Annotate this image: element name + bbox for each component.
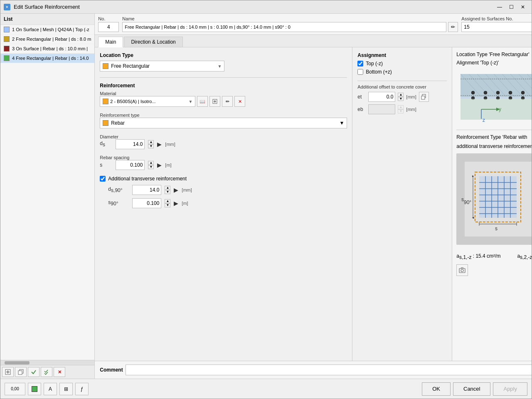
location-type-preview-title: Location Type 'Free Rectangular' — [456, 52, 532, 57]
assigned-input[interactable] — [461, 22, 532, 32]
top-checkbox[interactable] — [357, 61, 363, 66]
check-all-button[interactable] — [41, 367, 52, 377]
material-edit-button[interactable]: ✏ — [222, 96, 233, 107]
screenshot-button[interactable] — [456, 264, 468, 276]
text-tool-button[interactable]: A — [44, 383, 57, 395]
name-group: Name ✏ — [122, 16, 458, 32]
eb-unit: [mm] — [406, 107, 416, 112]
eb-up-button[interactable]: ▲ — [398, 105, 404, 109]
ds90-up-button[interactable]: ▲ — [165, 186, 170, 190]
close-button[interactable]: ✕ — [517, 3, 528, 11]
cross-section-diagram: c-z ds ds,90° c-z y z — [456, 70, 532, 124]
material-arrow: ▼ — [188, 99, 192, 104]
material-add-button[interactable] — [209, 96, 220, 107]
s90-arrow-button[interactable]: ▶ — [174, 200, 178, 207]
assigned-input-row: ✕ — [461, 22, 532, 32]
color-tool-button[interactable] — [28, 383, 41, 395]
ds-down-button[interactable]: ▼ — [148, 144, 154, 148]
list-item[interactable]: 1 On Surface | Mesh | Q424A | Top (-z — [0, 25, 94, 34]
s-input[interactable] — [116, 160, 145, 170]
grid-tool-button[interactable]: ⊞ — [59, 383, 73, 395]
comment-input[interactable] — [126, 365, 532, 375]
edit-name-button[interactable]: ✏ — [448, 22, 458, 32]
s-arrow-button[interactable]: ▶ — [157, 162, 162, 168]
ok-button[interactable]: OK — [422, 382, 451, 396]
list-item[interactable]: 3 On Surface | Rebar | ds : 10.0 mm | — [0, 44, 94, 54]
location-type-dropdown[interactable]: Free Rectangular ▼ — [100, 61, 224, 71]
s-up-button[interactable]: ▲ — [148, 161, 154, 165]
material-delete-button[interactable]: ✕ — [234, 96, 245, 107]
list-item[interactable]: 2 Free Rectangular | Rebar | ds : 8.0 m — [0, 34, 94, 44]
add-item-button[interactable] — [2, 367, 14, 377]
item-color-3 — [4, 46, 10, 52]
cancel-button[interactable]: Cancel — [453, 382, 490, 396]
offset-section: Additional offset to concrete cover et ▲… — [357, 84, 447, 114]
reinforcement-section: Reinforcement Material 2 - B500S(A) | Is… — [100, 83, 347, 208]
additional-transverse-row: Additional transverse reinforcement — [100, 176, 347, 182]
diameter-group: Diameter ds ▲ ▼ ▶ [mm] — [100, 134, 347, 149]
et-up-button[interactable]: ▲ — [398, 93, 404, 97]
location-type-group: Location Type Free Rectangular ▼ — [100, 52, 347, 71]
eb-label: eb — [357, 106, 366, 112]
tab-main[interactable]: Main — [98, 37, 123, 47]
no-input[interactable] — [98, 22, 119, 32]
s-down-button[interactable]: ▼ — [148, 165, 154, 169]
s90-up-button[interactable]: ▲ — [165, 199, 170, 203]
main-window: ✦ Edit Surface Reinforcement — ☐ ✕ List … — [0, 0, 532, 399]
reinforcement-type-view: Reinforcement Type 'Rebar with additiona… — [456, 134, 532, 276]
additional-transverse-label[interactable]: Additional transverse reinforcement — [108, 176, 187, 182]
divider-2 — [357, 81, 447, 81]
eb-down-button[interactable]: ▼ — [398, 109, 404, 113]
material-book-button[interactable]: 📖 — [197, 96, 208, 107]
title-bar: ✦ Edit Surface Reinforcement — ☐ ✕ — [0, 0, 532, 14]
divider-3 — [456, 130, 532, 130]
top-check-row: Top (-z) — [357, 61, 447, 66]
s90-input[interactable] — [132, 198, 161, 208]
item-color-1 — [4, 27, 10, 32]
et-input[interactable] — [368, 92, 395, 102]
reinforcement-type-arrow: ▼ — [339, 120, 344, 126]
svg-point-25 — [484, 91, 487, 94]
check-button[interactable] — [28, 367, 39, 377]
ds-input[interactable] — [116, 139, 145, 149]
item-text-1: 1 On Surface | Mesh | Q424A | Top (-z — [12, 27, 89, 32]
bottom-checkbox[interactable] — [357, 69, 363, 75]
material-group: Material 2 - B500S(A) | Isotro... ▼ 📖 — [100, 91, 347, 107]
material-value: 2 - B500S(A) | Isotro... — [110, 99, 187, 104]
delete-item-button[interactable]: ✕ — [54, 367, 65, 377]
maximize-button[interactable]: ☐ — [506, 3, 517, 11]
additional-transverse-checkbox[interactable] — [100, 176, 106, 182]
formula-tool-button[interactable]: ƒ — [75, 383, 89, 395]
ds90-down-button[interactable]: ▼ — [165, 190, 170, 194]
svg-point-24 — [471, 91, 475, 94]
diameter-label: Diameter — [100, 134, 347, 139]
svg-text:y: y — [499, 106, 501, 112]
minimize-button[interactable]: — — [494, 3, 505, 11]
list-item-selected[interactable]: 4 Free Rectangular | Rebar | ds : 14.0 — [0, 54, 94, 63]
eb-input[interactable] — [368, 104, 395, 114]
bottom-right-buttons: OK Cancel Apply — [422, 382, 527, 396]
ds90-input[interactable] — [132, 185, 161, 195]
tab-direction-location[interactable]: Direction & Location — [124, 37, 182, 47]
apply-button[interactable]: Apply — [493, 382, 527, 396]
coord-display: 0,00 — [5, 383, 25, 395]
window-title: Edit Surface Reinforcement — [14, 4, 80, 10]
bottom-label[interactable]: Bottom (+z) — [366, 69, 392, 75]
camera-area — [456, 264, 532, 276]
content-area: List 1 On Surface | Mesh | Q424A | Top (… — [0, 14, 532, 379]
et-copy-button[interactable] — [419, 92, 429, 102]
ds90-arrow-button[interactable]: ▶ — [174, 187, 178, 193]
ds-up-button[interactable]: ▲ — [148, 140, 154, 144]
eb-spinners: ▲ ▼ — [398, 105, 404, 113]
list-scrollbar[interactable] — [0, 360, 94, 365]
no-label: No. — [98, 16, 119, 21]
ds-arrow-button[interactable]: ▶ — [157, 141, 162, 148]
et-down-button[interactable]: ▼ — [398, 97, 404, 101]
reinforcement-type-dropdown[interactable]: Rebar ▼ — [100, 118, 347, 128]
s90-down-button[interactable]: ▼ — [165, 203, 170, 207]
copy-item-button[interactable] — [15, 367, 27, 377]
svg-point-26 — [496, 91, 500, 94]
top-label[interactable]: Top (-z) — [366, 61, 383, 66]
material-dropdown[interactable]: 2 - B500S(A) | Isotro... ▼ — [100, 96, 195, 107]
name-input[interactable] — [122, 22, 446, 32]
